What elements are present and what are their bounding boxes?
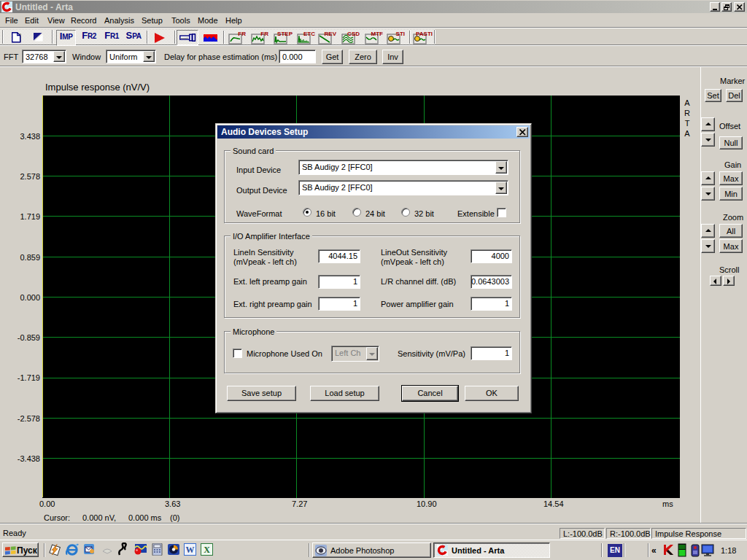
svg-text:STI: STI (396, 31, 405, 37)
svg-text:W: W (186, 545, 195, 555)
svg-text:STEP: STEP (277, 31, 293, 37)
svg-text:PASTI: PASTI (416, 31, 433, 37)
svg-text:REV: REV (325, 31, 336, 37)
svg-text:X: X (204, 545, 210, 555)
svg-text:CSD: CSD (347, 31, 360, 37)
svg-text:MTF: MTF (371, 31, 383, 37)
svg-text:FR: FR (260, 31, 268, 37)
svg-text:ETC: ETC (303, 31, 315, 37)
svg-text:FR: FR (238, 31, 246, 37)
